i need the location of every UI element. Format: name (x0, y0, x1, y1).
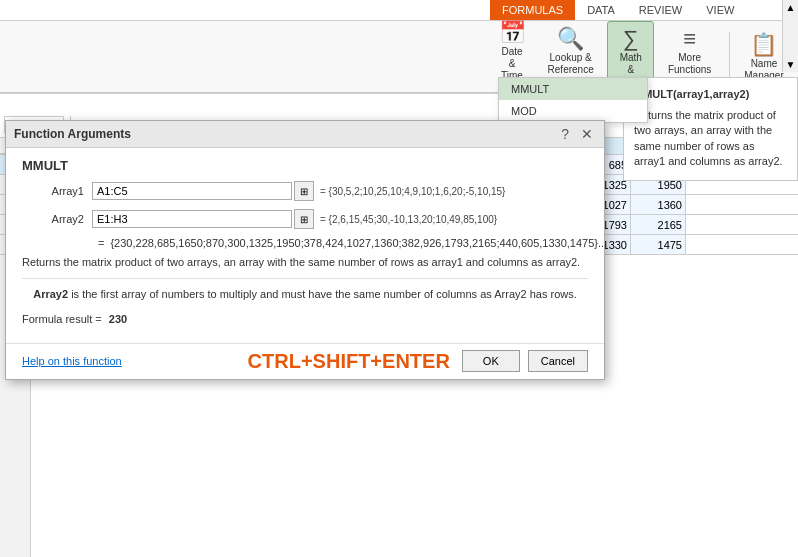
more-functions-icon: ≡ (683, 26, 696, 52)
equals-sign: = (98, 237, 104, 249)
cell-m5[interactable]: 1475 (631, 235, 686, 254)
arg-detail-label: Array2 (33, 288, 68, 300)
function-signature: MMULT(array1,array2) (634, 88, 787, 100)
array1-label: Array1 (22, 185, 92, 197)
ribbon-tabs: FORMULAS DATA REVIEW VIEW (0, 0, 798, 21)
tab-view[interactable]: VIEW (694, 0, 746, 20)
tab-data[interactable]: DATA (575, 0, 627, 20)
function-description: Returns the matrix product of two arrays… (634, 108, 787, 170)
name-manager-icon: 📋 (750, 32, 777, 58)
equals-row: = {230,228,685,1650;870,300,1325,1950;37… (22, 237, 588, 249)
dialog-controls: ? ✕ (558, 126, 596, 142)
arg-detail-text: is the first array of numbers to multipl… (68, 288, 577, 300)
array1-row: Array1 ⊞ = {30,5,2;10,25,10;4,9,10;1,6,2… (22, 181, 588, 201)
dialog-title: Function Arguments (14, 127, 131, 141)
array2-input[interactable] (92, 210, 292, 228)
dialog-help-marker[interactable]: ? (558, 126, 572, 142)
cell-m3[interactable]: 1360 (631, 195, 686, 214)
dialog-footer: Help on this function CTRL+SHIFT+ENTER O… (6, 343, 604, 379)
array1-picker-button[interactable]: ⊞ (294, 181, 314, 201)
ok-button[interactable]: OK (462, 350, 520, 372)
formula-result-value: 230 (109, 313, 127, 325)
dialog-buttons: OK Cancel (462, 350, 588, 372)
cse-hint: CTRL+SHIFT+ENTER (248, 350, 450, 373)
math-trig-icon: ∑ (623, 26, 639, 52)
array2-label: Array2 (22, 213, 92, 225)
scroll-up-icon[interactable]: ▲ (786, 2, 796, 13)
ribbon-separator (729, 32, 730, 82)
arg-detail: Array2 is the first array of numbers to … (22, 287, 588, 302)
array2-value: = {2,6,15,45;30,-10,13,20;10,49,85,100} (320, 214, 497, 225)
array1-value: = {30,5,2;10,25,10;4,9,10;1,6,20;-5,10,1… (320, 186, 505, 197)
cancel-button[interactable]: Cancel (528, 350, 588, 372)
array1-input[interactable] (92, 182, 292, 200)
dialog-title-bar: Function Arguments ? ✕ (6, 121, 604, 148)
dialog-body: MMULT Array1 ⊞ = {30,5,2;10,25,10;4,9,10… (6, 148, 604, 343)
cell-m4[interactable]: 2165 (631, 215, 686, 234)
lookup-ref-icon: 🔍 (557, 26, 584, 52)
formula-result-label: Formula result = (22, 313, 102, 325)
dialog-close-button[interactable]: ✕ (578, 126, 596, 142)
dropdown-item-mmult[interactable]: MMULT (499, 78, 647, 100)
help-link[interactable]: Help on this function (22, 355, 122, 367)
formula-result: Formula result = 230 (22, 313, 588, 325)
function-info-panel: MMULT(array1,array2) Returns the matrix … (623, 77, 798, 181)
dropdown-item-mod[interactable]: MOD (499, 100, 647, 122)
dialog-description: Returns the matrix product of two arrays… (22, 255, 588, 279)
function-arguments-dialog: Function Arguments ? ✕ MMULT Array1 ⊞ = … (5, 120, 605, 380)
array2-picker-button[interactable]: ⊞ (294, 209, 314, 229)
equals-value: {230,228,685,1650;870,300,1325,1950;378,… (110, 237, 607, 249)
tab-review[interactable]: REVIEW (627, 0, 694, 20)
dialog-func-name: MMULT (22, 158, 588, 173)
array2-row: Array2 ⊞ = {2,6,15,45;30,-10,13,20;10,49… (22, 209, 588, 229)
scroll-down-icon[interactable]: ▼ (786, 59, 796, 70)
date-time-icon: 📅 (499, 20, 526, 46)
math-trig-dropdown: MMULT MOD (498, 77, 648, 123)
